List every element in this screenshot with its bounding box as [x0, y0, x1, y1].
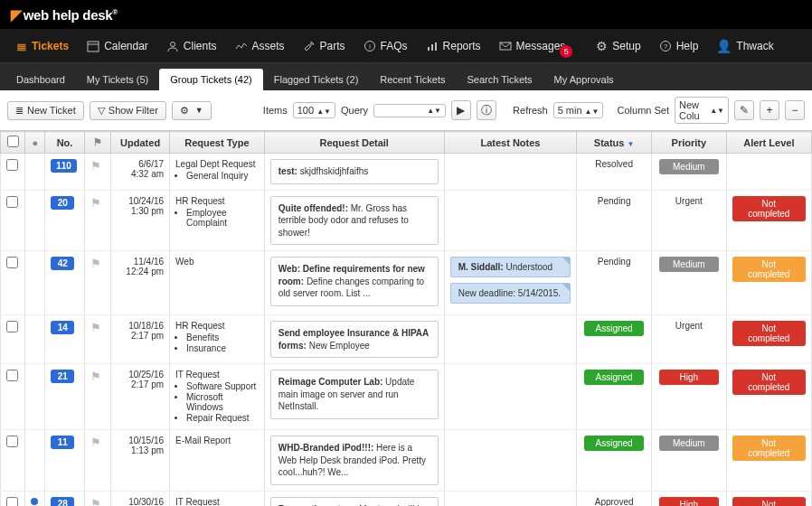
edit-columns-button[interactable]: ✎: [734, 100, 754, 120]
request-detail-box[interactable]: Web: Define requirements for new room: D…: [270, 257, 439, 306]
nav-calendar[interactable]: Calendar: [78, 29, 157, 63]
dot-cell: [25, 430, 45, 492]
col-header[interactable]: Latest Notes: [444, 132, 577, 154]
status-cell: Pending: [577, 190, 652, 251]
request-detail-box[interactable]: Quite offended!: Mr. Gross has terrible …: [270, 196, 439, 246]
row-checkbox[interactable]: [6, 196, 18, 208]
nav-messages[interactable]: Messages5: [490, 29, 588, 63]
tab-flagged-tickets[interactable]: Flagged Tickets (2): [263, 69, 370, 90]
filter-icon: ▽: [98, 105, 105, 117]
note-box[interactable]: M. Siddall: Understood: [450, 257, 571, 277]
row-checkbox[interactable]: [6, 497, 18, 507]
nav-assets[interactable]: Assets: [226, 29, 294, 63]
ticket-number-chip[interactable]: 42: [51, 257, 74, 270]
table-row[interactable]: 21⚑10/25/162:17 pmIT RequestSoftware Sup…: [1, 364, 812, 430]
row-checkbox[interactable]: [6, 159, 18, 171]
col-header[interactable]: ●: [25, 132, 45, 154]
priority-text: Urgent: [675, 321, 703, 331]
select-value: 100: [297, 105, 314, 116]
items-select[interactable]: 100 ▲▼: [293, 102, 335, 118]
nav-label: Parts: [320, 40, 345, 52]
request-detail-box[interactable]: WHD-Branded iPod!!!: Here is a Web Help …: [270, 436, 439, 485]
request-detail-box[interactable]: Send employee Insurance & HIPAA forms: N…: [270, 321, 439, 358]
col-header[interactable]: Request Type: [170, 132, 265, 154]
refresh-select[interactable]: 5 min ▲▼: [553, 102, 604, 118]
flag-icon[interactable]: ⚑: [90, 196, 101, 210]
priority-cell: High: [651, 491, 726, 506]
table-row[interactable]: 110⚑6/6/174:32 amLegal Dept RequestGener…: [1, 154, 812, 191]
nav-tickets[interactable]: ≣Tickets: [7, 29, 78, 63]
row-checkbox[interactable]: [6, 436, 18, 447]
alert-cell: Not completed: [726, 430, 811, 492]
request-detail-box[interactable]: Reimage Computer Lab: Update main image …: [270, 370, 439, 419]
request-type-cell: HR RequestEmployee Complaint: [170, 190, 265, 251]
flag-cell: ⚑: [84, 251, 110, 315]
tab-group-tickets[interactable]: Group Tickets (42): [159, 69, 262, 90]
ticket-number-chip[interactable]: 14: [51, 321, 74, 334]
flag-icon[interactable]: ⚑: [90, 321, 101, 334]
nav-parts[interactable]: Parts: [294, 29, 354, 63]
dot-icon: ●: [32, 137, 38, 148]
run-query-button[interactable]: ▶: [451, 100, 471, 120]
column-set-select[interactable]: New Colu▲▼: [675, 97, 729, 124]
select-all-checkbox[interactable]: [7, 136, 19, 147]
nav-clients[interactable]: Clients: [157, 29, 226, 63]
status-cell: Approved: [577, 491, 652, 506]
priority-badge: Medium: [659, 159, 719, 174]
col-header[interactable]: No.: [45, 132, 85, 154]
row-checkbox[interactable]: [6, 370, 18, 381]
list-icon: ≣: [15, 105, 24, 117]
col-header[interactable]: Updated: [111, 132, 170, 154]
nav-faqs[interactable]: iFAQs: [354, 29, 417, 63]
nav-help[interactable]: ?Help: [650, 29, 708, 63]
settings-menu-button[interactable]: ⚙▼: [172, 101, 212, 120]
show-filter-button[interactable]: ▽Show Filter: [90, 101, 166, 120]
table-row[interactable]: 14⚑10/18/162:17 pmHR RequestBenefitsInsu…: [1, 315, 812, 364]
flag-icon[interactable]: ⚑: [90, 257, 101, 270]
new-ticket-button[interactable]: ≣New Ticket: [7, 101, 84, 120]
tab-search-tickets[interactable]: Search Tickets: [456, 69, 543, 90]
col-header[interactable]: Alert Level: [726, 132, 811, 154]
status-cell: Pending: [577, 251, 652, 315]
row-checkbox[interactable]: [6, 257, 18, 268]
nav-reports[interactable]: Reports: [417, 29, 490, 63]
note-box[interactable]: New deadline: 5/14/2015.: [450, 283, 571, 304]
ticket-number-chip[interactable]: 20: [51, 196, 74, 210]
add-column-button[interactable]: +: [760, 100, 779, 120]
request-detail-box[interactable]: test: skjdfhskidjhfaifhs: [270, 159, 439, 184]
svg-point-2: [170, 42, 175, 46]
col-header[interactable]: Status ▼: [577, 132, 652, 154]
flag-icon[interactable]: ⚑: [90, 159, 101, 173]
tab-recent-tickets[interactable]: Recent Tickets: [369, 69, 456, 90]
flag-icon[interactable]: ⚑: [90, 436, 101, 449]
query-label: Query: [341, 105, 368, 116]
remove-column-button[interactable]: −: [785, 100, 805, 120]
cb-cell: [1, 430, 25, 492]
nav-thwack[interactable]: 👤Thwack: [707, 29, 782, 63]
table-row[interactable]: 20⚑10/24/161:30 pmHR RequestEmployee Com…: [1, 190, 812, 251]
query-select[interactable]: ▲▼: [373, 104, 446, 117]
nav-setup[interactable]: ⚙Setup: [587, 29, 649, 63]
request-detail-box[interactable]: Requesting a travel laptop: I will be tr…: [270, 497, 439, 507]
col-header[interactable]: Priority: [651, 132, 726, 154]
calendar-icon: [87, 40, 99, 52]
flag-icon[interactable]: ⚑: [90, 497, 101, 507]
flag-cell: ⚑: [84, 190, 110, 251]
table-row[interactable]: 42⚑11/4/1612:24 pmWebWeb: Define require…: [1, 251, 812, 315]
row-checkbox[interactable]: [6, 321, 18, 333]
table-row[interactable]: 28⚑10/30/164:45 pmIT RequestHardware Sup…: [1, 491, 812, 506]
tab-my-approvals[interactable]: My Approvals: [543, 69, 625, 90]
table-row[interactable]: 11⚑10/15/161:13 pmE-Mail ReportWHD-Brand…: [1, 430, 812, 492]
status-text: Pending: [598, 257, 631, 267]
tab-dashboard[interactable]: Dashboard: [5, 69, 76, 90]
tab-my-tickets[interactable]: My Tickets (5): [76, 69, 159, 90]
col-header[interactable]: [1, 132, 25, 154]
ticket-number-chip[interactable]: 21: [51, 370, 74, 383]
col-header[interactable]: Request Detail: [264, 132, 444, 154]
ticket-number-chip[interactable]: 11: [51, 436, 74, 449]
ticket-number-chip[interactable]: 28: [51, 497, 74, 507]
ticket-number-chip[interactable]: 110: [51, 159, 77, 173]
col-header[interactable]: ⚑: [84, 132, 110, 154]
query-info-button[interactable]: ⓘ: [477, 100, 496, 120]
flag-icon[interactable]: ⚑: [90, 370, 101, 383]
